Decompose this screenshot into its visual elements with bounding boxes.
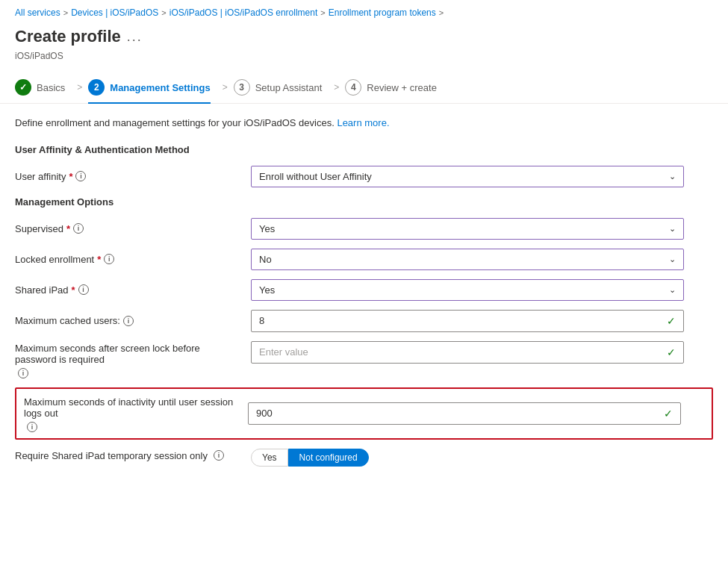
dropdown-user-affinity[interactable]: Enroll without User Affinity ⌄ [251,166,684,187]
info-icon-user-affinity[interactable]: i [75,171,86,181]
info-icon-shared-ipad[interactable]: i [78,284,89,295]
dropdown-locked-enrollment-value: No [259,254,272,265]
form-row-shared-ipad: Shared iPad * i Yes ⌄ [15,279,713,301]
info-icon-inactivity[interactable]: i [27,422,37,432]
tab-sep-3: > [334,82,339,93]
input-inactivity-value: 900 [256,408,273,419]
required-star-supervised: * [66,223,70,234]
learn-more-link[interactable]: Learn more. [337,117,389,128]
dropdown-locked-enrollment[interactable]: No ⌄ [251,249,684,270]
breadcrumb-all-services[interactable]: All services [15,7,60,18]
label-shared-ipad: Shared iPad * i [15,284,239,296]
chevron-down-icon: ⌄ [669,224,676,234]
breadcrumb-ios-enrollment[interactable]: iOS/iPadOS | iOS/iPadOS enrollment [169,7,318,18]
chevron-down-icon: ⌄ [669,172,676,181]
toggle-row-temp-session: Yes Not configured [251,449,684,467]
breadcrumb-sep-1: > [63,8,68,17]
control-user-affinity: Enroll without User Affinity ⌄ [251,166,684,187]
dropdown-shared-ipad[interactable]: Yes ⌄ [251,279,684,301]
breadcrumb-sep-4: > [439,8,444,17]
section-title-user-affinity: User Affinity & Authentication Method [15,144,713,155]
info-icon-screen-lock[interactable]: i [18,368,28,378]
page-header: Create profile ... [0,24,728,49]
dropdown-supervised-value: Yes [259,223,275,234]
more-options-button[interactable]: ... [127,29,143,45]
page-subtitle: iOS/iPadOS [0,49,728,72]
tab-setup-circle: 3 [234,79,250,96]
control-shared-ipad: Yes ⌄ [251,279,684,301]
tab-review-create[interactable]: 4 Review + create [345,72,449,103]
label-inactivity: Maximum seconds of inactivity until user… [24,395,236,432]
form-row-locked-enrollment: Locked enrollment * i No ⌄ [15,249,713,270]
check-icon-screen-lock: ✓ [667,346,676,358]
toggle-yes-button[interactable]: Yes [251,449,288,467]
page-title: Create profile [15,27,121,46]
label-max-cached-users: Maximum cached users: i [15,315,239,326]
form-row-user-affinity: User affinity * i Enroll without User Af… [15,166,713,187]
required-star-locked: * [97,254,101,265]
control-inactivity: 900 ✓ [248,402,681,425]
label-temp-session: Require Shared iPad temporary session on… [15,449,239,461]
control-screen-lock: Enter value ✓ [251,341,684,364]
breadcrumb-sep-2: > [161,8,166,17]
tab-basics-label: Basics [37,82,65,93]
wizard-tabs: ✓ Basics > 2 Management Settings > 3 Set… [0,72,728,104]
info-icon-temp-session[interactable]: i [214,450,224,461]
breadcrumb-sep-3: > [320,8,325,17]
control-locked-enrollment: No ⌄ [251,249,684,270]
section-title-management: Management Options [15,196,713,208]
info-icon-supervised[interactable]: i [73,223,84,234]
label-supervised: Supervised * i [15,223,239,234]
required-star-shared-ipad: * [72,284,75,296]
breadcrumb-devices-ios[interactable]: Devices | iOS/iPadOS [71,7,158,18]
tab-management-label: Management Settings [110,82,210,93]
tab-sep-2: > [223,82,228,93]
control-supervised: Yes ⌄ [251,218,684,240]
tab-management-circle: 2 [88,79,105,96]
label-user-affinity: User affinity * i [15,171,239,182]
required-star-user-affinity: * [69,171,72,182]
info-icon-locked-enrollment[interactable]: i [104,254,114,264]
chevron-down-icon: ⌄ [669,255,676,264]
info-icon-max-cached[interactable]: i [123,316,134,326]
input-screen-lock[interactable]: Enter value ✓ [251,341,684,364]
content-area: Define enrollment and management setting… [0,116,728,467]
toggle-group-temp-session: Yes Not configured [251,449,369,467]
dropdown-user-affinity-value: Enroll without User Affinity [259,171,372,182]
dropdown-supervised[interactable]: Yes ⌄ [251,218,684,240]
tab-sep-1: > [77,82,82,93]
tab-basics[interactable]: ✓ Basics [15,72,77,103]
check-icon-inactivity: ✓ [664,408,673,420]
form-row-screen-lock: Maximum seconds after screen lock before… [15,341,713,378]
control-temp-session: Yes Not configured [251,449,684,467]
tab-review-circle: 4 [345,79,361,96]
tab-basics-circle: ✓ [15,79,31,96]
input-inactivity[interactable]: 900 ✓ [248,402,681,425]
input-max-cached-users[interactable]: 8 ✓ [251,310,684,332]
chevron-down-icon: ⌄ [669,285,676,295]
check-icon-max-cached: ✓ [667,315,676,327]
toggle-not-configured-button[interactable]: Not configured [288,449,369,467]
tab-review-label: Review + create [367,82,437,93]
dropdown-shared-ipad-value: Yes [259,284,275,296]
tab-setup-assistant[interactable]: 3 Setup Assistant [234,72,335,103]
form-row-max-cached-users: Maximum cached users: i 8 ✓ [15,310,713,332]
info-text: Define enrollment and management setting… [15,116,713,131]
breadcrumb-enrollment-tokens[interactable]: Enrollment program tokens [329,7,436,18]
control-max-cached-users: 8 ✓ [251,310,684,332]
breadcrumb: All services > Devices | iOS/iPadOS > iO… [0,0,728,24]
highlighted-row-inactivity: Maximum seconds of inactivity until user… [15,387,713,440]
input-max-cached-users-value: 8 [259,315,264,326]
tab-setup-label: Setup Assistant [255,82,323,93]
form-row-temp-session: Require Shared iPad temporary session on… [15,449,713,467]
label-screen-lock: Maximum seconds after screen lock before… [15,341,239,378]
tab-management-settings[interactable]: 2 Management Settings [88,72,222,103]
label-locked-enrollment: Locked enrollment * i [15,254,239,265]
input-screen-lock-placeholder: Enter value [259,346,308,358]
form-row-supervised: Supervised * i Yes ⌄ [15,218,713,240]
